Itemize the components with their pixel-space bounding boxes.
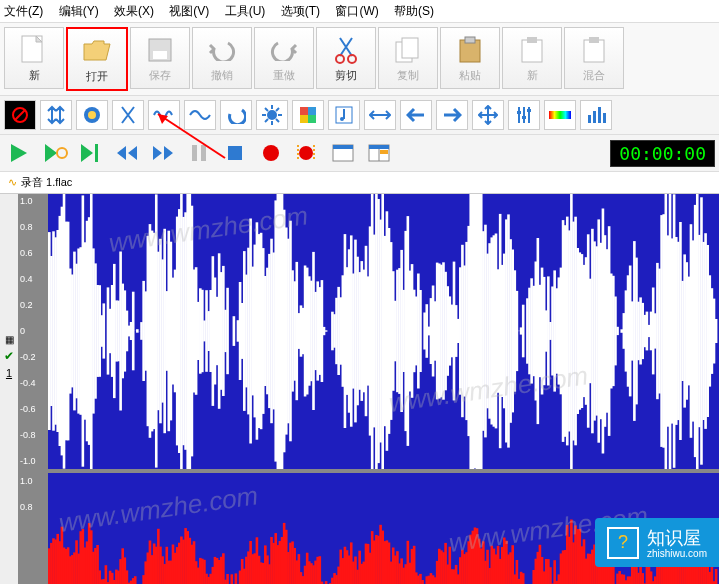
play-skip-button[interactable] [76,139,106,167]
play-button[interactable] [4,139,34,167]
svg-rect-235 [419,290,422,372]
svg-rect-509 [321,582,324,584]
paste-button[interactable]: 粘贴 [440,27,500,89]
redo-icon [268,34,300,66]
menu-effects[interactable]: 效果(X) [114,4,154,18]
forward-button[interactable] [148,139,178,167]
save-button[interactable]: 保存 [130,27,190,89]
globe-icon[interactable] [76,100,108,130]
svg-rect-376 [715,319,718,343]
menu-help[interactable]: 帮助(S) [394,4,434,18]
copy-button[interactable]: 复制 [378,27,438,89]
pause-button[interactable] [184,139,214,167]
undo-icon [206,34,238,66]
svg-rect-557 [421,580,424,584]
gear-icon[interactable] [256,100,288,130]
track-number: 1 [6,367,12,379]
svg-line-25 [276,108,279,111]
arrow-left-icon[interactable] [400,100,432,130]
svg-rect-464 [226,574,229,584]
svg-rect-329 [616,327,619,335]
svg-rect-662 [641,573,644,584]
new-window-button[interactable]: 新 [502,27,562,89]
arrows-horiz-icon[interactable] [364,100,396,130]
move-icon[interactable] [472,100,504,130]
svg-rect-10 [527,37,537,43]
svg-rect-29 [308,115,316,123]
svg-rect-468 [235,573,238,584]
rewind-button[interactable] [112,139,142,167]
effects-toolbar [0,96,719,135]
new-button[interactable]: 新 [4,27,64,89]
save-icon [144,34,176,66]
badge-url: zhishiwu.com [647,548,707,559]
menu-options[interactable]: 选项(T) [281,4,320,18]
wave-single-icon[interactable] [184,100,216,130]
svg-rect-56 [380,150,388,154]
file-tab[interactable]: ∿录音 1.flac [0,172,719,194]
undo-button[interactable]: 撤销 [192,27,252,89]
svg-rect-406 [105,565,108,584]
svg-rect-46 [192,145,197,161]
puzzle-icon[interactable] [292,100,324,130]
record-marker-button[interactable] [292,139,322,167]
open-button[interactable]: 打开 [66,27,128,91]
svg-rect-620 [553,560,556,584]
svg-point-44 [57,148,67,158]
music-note-icon[interactable] [328,100,360,130]
svg-rect-190 [325,330,328,331]
svg-rect-100 [136,329,139,333]
menu-view[interactable]: 视图(V) [169,4,209,18]
arrows-vert-icon[interactable] [40,100,72,130]
svg-line-24 [265,119,268,122]
play-loop-button[interactable] [40,139,70,167]
menu-tools[interactable]: 工具(U) [225,4,266,18]
svg-rect-6 [402,38,418,58]
svg-rect-697 [715,569,718,584]
menu-window[interactable]: 窗口(W) [335,4,378,18]
svg-rect-45 [95,144,98,162]
track-selector-icon[interactable]: ▦ [5,334,14,345]
window-split-icon[interactable] [364,139,394,167]
svg-rect-26 [300,107,308,115]
cut-button[interactable]: 剪切 [316,27,376,89]
svg-rect-511 [325,581,328,584]
record-disable-icon[interactable] [4,100,36,130]
record-button[interactable] [256,139,286,167]
svg-rect-52 [333,145,353,149]
svg-rect-416 [126,570,129,584]
waves-icon[interactable] [148,100,180,130]
svg-rect-41 [593,111,596,123]
sliders-icon[interactable] [508,100,540,130]
svg-rect-37 [522,116,526,119]
mix-button[interactable]: 混合 [564,27,624,89]
svg-rect-42 [598,107,601,123]
svg-line-23 [276,119,279,122]
svg-rect-11 [584,40,604,62]
svg-point-17 [267,110,277,120]
svg-rect-9 [522,40,542,62]
stop-button[interactable] [220,139,250,167]
bars-icon[interactable] [580,100,612,130]
spectrum-icon[interactable] [544,100,576,130]
svg-rect-618 [549,567,552,584]
menu-edit[interactable]: 编辑(Y) [59,4,99,18]
clipboard-mix-icon [578,34,610,66]
arrow-right-icon[interactable] [436,100,468,130]
svg-rect-47 [201,145,206,161]
menu-file[interactable]: 文件(Z) [4,4,43,18]
file-icon [18,34,50,66]
folder-open-icon [81,35,113,67]
redo-button[interactable]: 重做 [254,27,314,89]
cut-icon [330,34,362,66]
track-enabled-icon[interactable]: ✔ [4,349,14,363]
window-single-icon[interactable] [328,139,358,167]
svg-point-4 [348,55,356,63]
svg-rect-284 [522,305,525,358]
svg-rect-420 [134,576,137,584]
svg-rect-39 [549,111,571,119]
cut-tool-icon[interactable] [112,100,144,130]
svg-rect-462 [222,553,225,584]
undo-curve-icon[interactable] [220,100,252,130]
svg-point-16 [88,111,96,119]
